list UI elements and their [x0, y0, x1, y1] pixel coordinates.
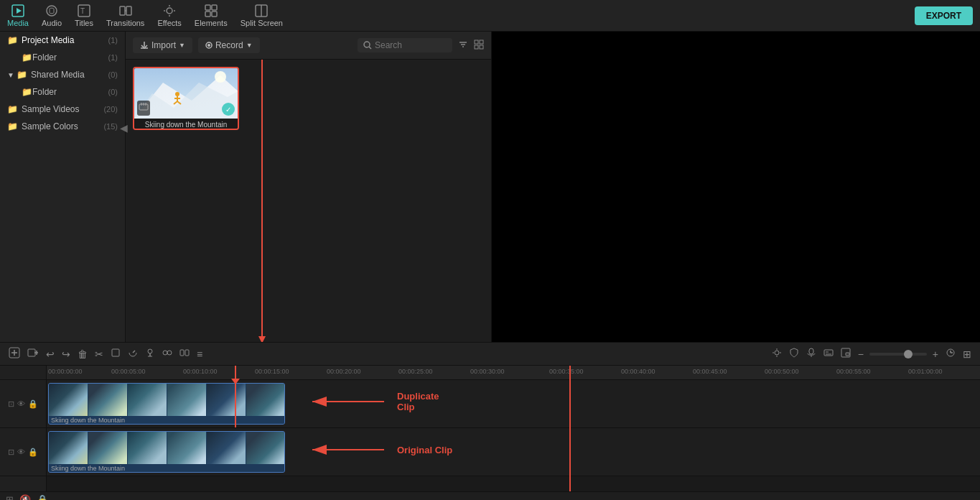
- ruler-mark-40: 00:00:40:00: [621, 368, 655, 375]
- sidebar-folder2-label: Folder: [32, 87, 57, 97]
- ruler-mark-30: 00:00:30:00: [470, 368, 505, 375]
- nav-splitscreen[interactable]: Split Screen: [241, 4, 283, 27]
- grid-icon: [474, 40, 484, 50]
- zoom-slider[interactable]: [869, 353, 927, 356]
- nav-elements-label: Elements: [195, 19, 228, 27]
- timeline-section: ↩ ↪ 🗑 ✂ ≡: [0, 342, 980, 500]
- more-tracks-button[interactable]: ⊞: [961, 347, 973, 361]
- nav-audio[interactable]: Audio: [42, 4, 62, 27]
- svg-point-60: [163, 351, 167, 355]
- mute-all-button[interactable]: 🔇: [19, 494, 31, 500]
- svg-rect-69: [809, 348, 813, 354]
- zoom-reset-button[interactable]: [944, 346, 957, 361]
- delete-button[interactable]: 🗑: [76, 347, 89, 361]
- frame-t2-2: [88, 432, 128, 464]
- mic-button[interactable]: [805, 346, 818, 361]
- svg-point-15: [207, 44, 210, 47]
- svg-rect-10: [205, 11, 210, 17]
- timeline-right-tools: − + ⊞: [770, 346, 973, 361]
- search-input[interactable]: [375, 40, 447, 50]
- cut-button[interactable]: ✂: [93, 347, 105, 361]
- svg-rect-6: [126, 6, 131, 15]
- import-button[interactable]: Import ▼: [133, 37, 192, 53]
- speed-button[interactable]: [126, 346, 139, 361]
- search-icon: [363, 41, 372, 50]
- zoom-plus-button[interactable]: +: [931, 347, 940, 361]
- sidebar-item-folder2[interactable]: 📁 Folder (0): [0, 83, 125, 101]
- folder-icon: 📁: [7, 121, 18, 131]
- undo-button[interactable]: ↩: [45, 347, 56, 361]
- lock-all-button[interactable]: 🔒: [37, 494, 48, 500]
- record-label: Record: [215, 40, 243, 50]
- nav-transitions-label: Transitions: [106, 19, 144, 27]
- svg-rect-11: [212, 11, 217, 17]
- track2-mute-button[interactable]: ⊡: [8, 448, 14, 457]
- transition-button[interactable]: [161, 346, 174, 361]
- zoom-thumb: [904, 350, 913, 358]
- svg-point-16: [364, 42, 370, 47]
- sidebar-item-sample-colors[interactable]: 📁 Sample Colors (15): [0, 118, 125, 135]
- caption-button[interactable]: [822, 346, 835, 361]
- svg-rect-63: [185, 350, 189, 356]
- svg-rect-52: [28, 349, 35, 356]
- svg-point-64: [775, 351, 779, 355]
- nav-titles[interactable]: T Titles: [75, 4, 93, 27]
- svg-rect-62: [180, 350, 184, 356]
- frame-t2-6: [246, 432, 284, 464]
- duplicate-clip[interactable]: Skiing down the Mountain: [48, 383, 285, 425]
- frame5: [207, 384, 246, 416]
- sidebar-item-sample-videos[interactable]: 📁 Sample Videos (20): [0, 101, 125, 118]
- track2-solo-button[interactable]: 👁: [17, 448, 25, 457]
- filter-button[interactable]: [458, 40, 468, 52]
- sun-button[interactable]: [770, 346, 783, 361]
- sidebar-sample-videos-count: (20): [103, 105, 118, 114]
- sidebar-item-project-media[interactable]: 📁 Project Media (1): [0, 32, 125, 49]
- ruler-mark-20: 00:00:20:00: [327, 368, 361, 375]
- frame3: [128, 384, 167, 416]
- collapse-arrow-icon: ▼: [7, 71, 14, 79]
- original-annotation: Original Clip: [305, 439, 452, 460]
- add-media-button[interactable]: [26, 346, 40, 362]
- redo-button[interactable]: ↪: [60, 347, 72, 361]
- original-clip[interactable]: Skiing down the Mountain: [48, 431, 285, 473]
- align-button[interactable]: ≡: [195, 347, 204, 361]
- ruler-mark-50: 00:00:50:00: [765, 368, 799, 375]
- export-button[interactable]: EXPORT: [915, 6, 973, 25]
- ruler-mark-5: 00:00:05:00: [111, 368, 146, 375]
- nav-transitions[interactable]: Transitions: [106, 4, 144, 27]
- clip2-label: Skiing down the Mountain: [49, 464, 284, 473]
- sidebar-item-shared-media[interactable]: ▼ 📁 Shared Media (0): [0, 66, 125, 83]
- sidebar-shared-media-count: (0): [108, 70, 118, 79]
- video-thumbnail[interactable]: ✓ Skiing down the Mountain: [133, 67, 239, 130]
- track1-lock-button[interactable]: 🔒: [28, 399, 38, 409]
- nav-elements[interactable]: Elements: [195, 4, 228, 27]
- crop-button[interactable]: [109, 346, 122, 361]
- audio-tool-button[interactable]: [144, 346, 157, 361]
- shield-button[interactable]: [788, 346, 801, 361]
- nav-media[interactable]: Media: [7, 4, 29, 27]
- nav-effects[interactable]: Effects: [157, 4, 181, 27]
- ruler-mark-25: 00:00:25:00: [398, 368, 433, 375]
- add-audio-track-button[interactable]: ⊞: [6, 494, 14, 500]
- duplicate-annotation: DuplicateClip: [305, 391, 439, 412]
- sidebar-item-folder1[interactable]: 📁 Folder (1): [0, 49, 125, 66]
- grid-view-button[interactable]: [474, 40, 484, 52]
- pip-button[interactable]: [839, 346, 852, 361]
- track1-solo-button[interactable]: 👁: [17, 399, 25, 409]
- import-label: Import: [151, 40, 176, 50]
- split-button[interactable]: [178, 346, 191, 361]
- svg-text:T: T: [80, 7, 85, 15]
- track1-mute-button[interactable]: ⊡: [8, 399, 14, 409]
- filter-icon: [458, 40, 468, 50]
- zoom-minus-button[interactable]: −: [857, 347, 865, 361]
- svg-rect-9: [212, 5, 217, 10]
- bottom-bar: ⊞ 🔇 🔒: [0, 491, 980, 500]
- add-track-button[interactable]: [7, 346, 22, 362]
- ruler-mark-15: 00:00:15:00: [255, 368, 289, 375]
- track1-controls: ⊡ 👁 🔒: [0, 380, 46, 428]
- frame2: [88, 384, 128, 416]
- track-controls: ⊡ 👁 🔒 ⊡ 👁 🔒: [0, 366, 47, 491]
- svg-point-7: [167, 8, 172, 14]
- record-button[interactable]: Record ▼: [198, 37, 260, 53]
- track2-lock-button[interactable]: 🔒: [28, 448, 38, 457]
